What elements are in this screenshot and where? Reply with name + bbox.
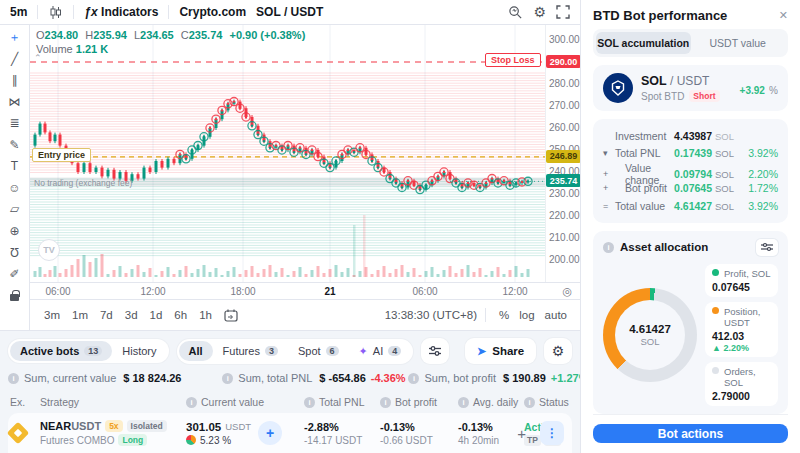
brush-icon[interactable]: ✎ (5, 138, 25, 152)
chart-area[interactable]: O234.80 H235.94 L234.65 C235.74 +0.90 (+… (30, 25, 545, 282)
crypto-com-logo (603, 73, 633, 103)
xabcd-pattern-icon[interactable]: ⋈ (5, 95, 25, 109)
tab-active-bots[interactable]: Active bots13 (10, 341, 112, 361)
add-funds-button[interactable]: + (258, 421, 282, 445)
indicators-button[interactable]: ƒx Indicators (84, 5, 158, 19)
tradingview-logo[interactable]: TV (38, 239, 60, 261)
price-tick: 210.00 (549, 232, 580, 243)
info-icon[interactable]: i (380, 397, 391, 408)
fullscreen-icon[interactable] (556, 5, 570, 19)
bots-panel: Active bots13 History All Futures3 Spot6… (0, 330, 580, 453)
close-icon[interactable]: ✕ (779, 9, 788, 22)
range-button-3d[interactable]: 3d (119, 306, 144, 324)
price-tick: 270.00 (549, 100, 580, 111)
bots-table-header: Ex. Strategy iCurrent value iTotal PNL i… (8, 391, 572, 413)
asset-allocation-card: i Asset allocation 4.61427SOL Profit, SO… (593, 231, 788, 414)
ruler-icon[interactable]: ▱ (5, 202, 25, 216)
allocation-settings-icon[interactable] (756, 239, 778, 256)
filter-spot[interactable]: Spot6 (288, 341, 349, 361)
bot-actions-button[interactable]: Bot actions (593, 424, 788, 443)
tab-sol-accumulation[interactable]: SOL accumulation (596, 32, 691, 54)
side-badge: Long (118, 434, 147, 446)
last-price-chip: 235.74 (546, 174, 581, 187)
drawing-toolbar: ＋╱∥⋈≣✎T☺▱⊕Ω✐ (0, 25, 30, 330)
quick-search-icon[interactable] (508, 5, 523, 20)
bot-table-row[interactable]: NEARUSDT 5x Isolated Futures COMBOLong 3… (8, 413, 572, 453)
magnet-icon[interactable]: Ω (5, 245, 25, 259)
time-tick: 12:00 (140, 286, 165, 297)
bots-filter-settings-icon[interactable] (421, 338, 449, 364)
filter-ai[interactable]: ✦AI4 (349, 341, 412, 362)
active-bots-count: 13 (84, 346, 102, 356)
row-menu-button[interactable]: ⋮ (540, 421, 564, 445)
price-chart[interactable] (30, 25, 545, 282)
go-to-date-icon[interactable] (224, 309, 238, 322)
bots-filter-group: All Futures3 Spot6 ✦AI4 (177, 339, 414, 364)
allocation-legend-item[interactable]: Profit, SOL0.07645 (705, 264, 778, 297)
zoom-in-icon[interactable]: ⊕ (5, 224, 25, 238)
stat-row: +Bot profit0.07645 SOL1.72% (603, 180, 778, 198)
info-icon[interactable]: i (186, 397, 197, 408)
price-axis[interactable]: 290.00 246.89 235.74 300.00290.00280.002… (545, 25, 580, 282)
range-button-3m[interactable]: 3m (38, 306, 66, 324)
emoji-icon[interactable]: ☺ (5, 181, 25, 195)
chart-toolbar-top: 5m ƒx Indicators Crypto.com SOL / USDT ⚙ (0, 0, 580, 25)
tab-usdt-value[interactable]: USDT value (691, 32, 786, 54)
crosshair-icon[interactable]: ＋ (5, 30, 25, 44)
lock-icon[interactable] (5, 288, 25, 302)
info-icon[interactable]: i (524, 397, 535, 408)
percent-scale-button[interactable]: % (494, 306, 514, 324)
range-button-1d[interactable]: 1d (144, 306, 169, 324)
allocation-legend-item[interactable]: Orders, SOL2.79000 (705, 362, 778, 406)
trendline-icon[interactable]: ╱ (5, 52, 25, 66)
bots-settings-gear-icon[interactable]: ⚙ (544, 338, 572, 364)
divider (37, 5, 38, 19)
range-button-6h[interactable]: 6h (168, 306, 193, 324)
axis-settings-icon[interactable]: ◎ (562, 285, 572, 298)
entry-price-chip: 246.89 (546, 150, 581, 163)
filter-futures[interactable]: Futures3 (213, 341, 288, 361)
margin-badge: Isolated (127, 420, 167, 432)
chart-bottom-toolbar: 3m1m7d3d1d6h1h 13:38:30 (UTC+8) % log au… (30, 299, 580, 330)
info-icon[interactable]: i (603, 242, 614, 253)
range-button-1m[interactable]: 1m (66, 306, 94, 324)
session-clock[interactable]: 13:38:30 (UTC+8) (385, 309, 477, 321)
tab-history[interactable]: History (112, 341, 166, 361)
channel-icon[interactable]: ∥ (5, 73, 25, 87)
time-tick: 06:00 (412, 286, 437, 297)
info-icon[interactable]: i (304, 397, 315, 408)
candle-style-icon[interactable] (48, 5, 63, 20)
settings-gear-icon[interactable]: ⚙ (533, 4, 546, 20)
divider (73, 5, 74, 19)
interval-selector[interactable]: 5m (10, 5, 27, 19)
exchange-button[interactable]: Crypto.com (179, 5, 246, 19)
filter-all[interactable]: All (179, 341, 213, 361)
row-plus-button[interactable]: + (517, 425, 526, 442)
entry-price-label: Entry price (32, 148, 91, 162)
time-axis[interactable]: ◎ 06:0012:0018:002106:0012:00 (30, 282, 580, 299)
info-icon[interactable]: i (222, 373, 233, 384)
text-icon[interactable]: T (5, 159, 25, 173)
price-tick: 280.00 (549, 78, 580, 89)
symbol-button[interactable]: SOL / USDT (256, 5, 323, 19)
draw-lock-icon[interactable]: ✐ (5, 267, 25, 281)
allocation-legend: Profit, SOL0.07645Position, USDT412.03▲ … (705, 264, 778, 406)
share-arrow-icon: ➤ (477, 345, 486, 358)
info-icon[interactable]: i (8, 373, 19, 384)
share-button[interactable]: ➤Share (465, 338, 536, 364)
pair-card[interactable]: SOL / USDT Spot BTDShort +3.92 % (593, 65, 788, 111)
collapse-caret-icon[interactable]: ⌃ (34, 53, 42, 63)
price-tick: 200.00 (549, 254, 580, 265)
time-tick: 12:00 (502, 286, 527, 297)
range-button-7d[interactable]: 7d (94, 306, 119, 324)
forecast-icon[interactable]: ≣ (5, 116, 25, 130)
stop-loss-label[interactable]: Stop Loss (485, 53, 541, 67)
info-icon[interactable]: i (458, 397, 469, 408)
info-icon[interactable]: i (408, 373, 419, 384)
range-button-1h[interactable]: 1h (193, 306, 218, 324)
auto-scale-button[interactable]: auto (540, 306, 572, 324)
log-scale-button[interactable]: log (514, 306, 539, 324)
allocation-donut-chart[interactable]: 4.61427SOL (603, 288, 697, 382)
short-badge: Short (689, 90, 719, 102)
allocation-legend-item[interactable]: Position, USDT412.03▲ 2.20% (705, 302, 778, 357)
